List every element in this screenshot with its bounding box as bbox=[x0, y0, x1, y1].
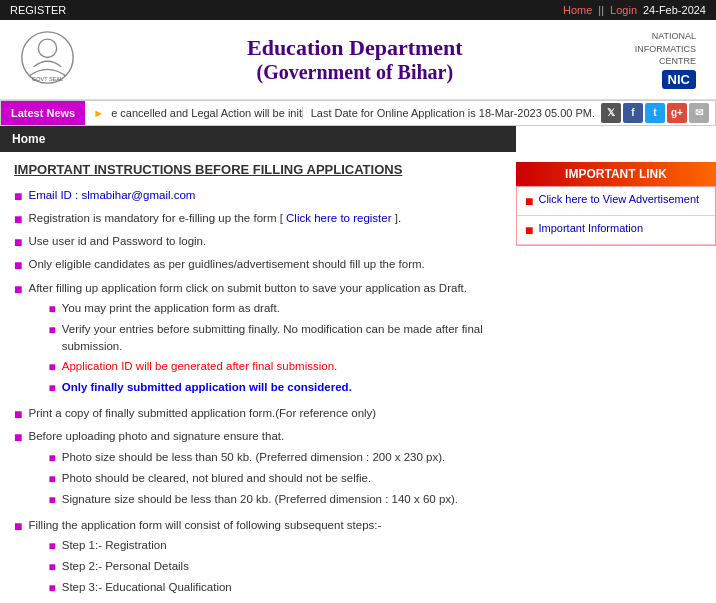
current-date: 24-Feb-2024 bbox=[643, 4, 706, 16]
sub-instruction-item: ■ Verify your entries before submitting … bbox=[48, 321, 502, 356]
sidebar-link-information[interactable]: ■ Important Information bbox=[517, 216, 715, 245]
instruction-text: Print a copy of finally submitted applic… bbox=[28, 405, 376, 422]
breadcrumb: Home bbox=[0, 126, 516, 152]
sub-bullet-icon: ■ bbox=[48, 470, 55, 488]
instructions-section: IMPORTANT INSTRUCTIONS BEFORE FILLING AP… bbox=[0, 152, 516, 603]
instruction-item: ■ Filling the application form will cons… bbox=[14, 517, 502, 603]
instruction-item: ■ Print a copy of finally submitted appl… bbox=[14, 405, 502, 423]
link-arrow-icon: ■ bbox=[525, 193, 533, 209]
news-date: Last Date for Online Application is 18-M… bbox=[302, 107, 595, 119]
bullet-icon: ■ bbox=[14, 210, 22, 228]
sidebar-link-text: Click here to View Advertisement bbox=[538, 193, 699, 205]
nic-logo: NATIONALINFORMATICSCENTRE NIC bbox=[635, 30, 696, 89]
dept-name: Education Department bbox=[75, 35, 635, 61]
link-arrow-icon: ■ bbox=[525, 222, 533, 238]
separator: || bbox=[598, 4, 604, 16]
right-sidebar: IMPORTANT LINK ■ Click here to View Adve… bbox=[516, 126, 716, 603]
sub-instruction-item: ■ Step 3:- Educational Qualification bbox=[48, 579, 381, 597]
bullet-icon: ■ bbox=[14, 280, 22, 298]
svg-point-1 bbox=[38, 40, 56, 58]
twitter-icon[interactable]: t bbox=[645, 103, 665, 123]
instruction-item: ■ Registration is mandatory for e-fillin… bbox=[14, 210, 502, 228]
sub-bullet-icon: ■ bbox=[48, 579, 55, 597]
login-link[interactable]: Login bbox=[610, 4, 637, 16]
news-arrow-icon: ► bbox=[93, 107, 104, 119]
sub-instruction-text: Verify your entries before submitting fi… bbox=[62, 321, 502, 356]
sub-instruction-text: Signature size should be less than 20 kb… bbox=[62, 491, 458, 508]
facebook-icon[interactable]: f bbox=[623, 103, 643, 123]
instruction-item: ■ Only eligible candidates as per guidli… bbox=[14, 256, 502, 274]
sub-instruction-item: ■ Step 2:- Personal Details bbox=[48, 558, 381, 576]
instruction-text: Only eligible candidates as per guidline… bbox=[28, 256, 424, 273]
bullet-icon: ■ bbox=[14, 517, 22, 535]
header-title: Education Department (Government of Biha… bbox=[75, 35, 635, 84]
bullet-icon: ■ bbox=[14, 187, 22, 205]
bullet-icon: ■ bbox=[14, 405, 22, 423]
instruction-item: ■ After filling up application form clic… bbox=[14, 280, 502, 401]
svg-text:GOVT SEAL: GOVT SEAL bbox=[32, 77, 63, 83]
top-bar: REGISTER Home || Login 24-Feb-2024 bbox=[0, 0, 716, 20]
googleplus-icon[interactable]: g+ bbox=[667, 103, 687, 123]
news-ticker: Latest News ► e cancelled and Legal Acti… bbox=[0, 100, 716, 126]
sub-instruction-text: Step 1:- Registration bbox=[62, 537, 167, 554]
sub-instruction-text: Photo size should be less than 50 kb. (P… bbox=[62, 449, 446, 466]
instruction-text: Filling the application form will consis… bbox=[28, 519, 381, 531]
sidebar-link-text: Important Information bbox=[538, 222, 643, 234]
sidebar-links-box: ■ Click here to View Advertisement ■ Imp… bbox=[516, 186, 716, 246]
home-link[interactable]: Home bbox=[563, 4, 592, 16]
sub-instruction-item: ■ Signature size should be less than 20 … bbox=[48, 491, 458, 509]
instruction-text: Registration is mandatory for e-filling … bbox=[28, 210, 401, 227]
sub-instruction-item: ■ Application ID will be generated after… bbox=[48, 358, 502, 376]
bullet-icon: ■ bbox=[14, 428, 22, 446]
breadcrumb-home[interactable]: Home bbox=[12, 132, 45, 146]
sub-bullet-icon: ■ bbox=[48, 321, 55, 339]
sub-items: ■ You may print the application form as … bbox=[28, 300, 502, 398]
instruction-text: Email ID : slmabihar@gmail.com bbox=[28, 187, 195, 204]
sub-instruction-text: Only finally submitted application will … bbox=[62, 379, 352, 396]
sub-instruction-text: Application ID will be generated after f… bbox=[62, 358, 338, 375]
sidebar-link-advertisement[interactable]: ■ Click here to View Advertisement bbox=[517, 187, 715, 216]
instruction-item: ■ Use user id and Password to login. bbox=[14, 233, 502, 251]
register-link[interactable]: Click here to register bbox=[286, 212, 391, 224]
bullet-icon: ■ bbox=[14, 256, 22, 274]
sub-bullet-icon: ■ bbox=[48, 300, 55, 318]
sub-instruction-item: ■ Only finally submitted application wil… bbox=[48, 379, 502, 397]
dept-govt: (Government of Bihar) bbox=[75, 61, 635, 84]
sub-bullet-icon: ■ bbox=[48, 358, 55, 376]
x-icon[interactable]: 𝕏 bbox=[601, 103, 621, 123]
sub-bullet-icon: ■ bbox=[48, 558, 55, 576]
sub-instruction-text: Photo should be cleared, not blured and … bbox=[62, 470, 371, 487]
site-header: GOVT SEAL Education Department (Governme… bbox=[0, 20, 716, 100]
news-text: ► e cancelled and Legal Action will be i… bbox=[85, 107, 301, 119]
important-link-header: IMPORTANT LINK bbox=[516, 162, 716, 186]
register-button[interactable]: REGISTER bbox=[10, 4, 66, 16]
sub-bullet-icon: ■ bbox=[48, 449, 55, 467]
main-content: Home IMPORTANT INSTRUCTIONS BEFORE FILLI… bbox=[0, 126, 516, 603]
email-icon[interactable]: ✉ bbox=[689, 103, 709, 123]
top-nav-links: Home || Login 24-Feb-2024 bbox=[563, 4, 706, 16]
sub-items: ■ Photo size should be less than 50 kb. … bbox=[28, 449, 458, 509]
sub-bullet-icon: ■ bbox=[48, 491, 55, 509]
sub-instruction-item: ■ Photo size should be less than 50 kb. … bbox=[48, 449, 458, 467]
instruction-item: ■ Email ID : slmabihar@gmail.com bbox=[14, 187, 502, 205]
sub-instruction-item: ■ Photo should be cleared, not blured an… bbox=[48, 470, 458, 488]
news-label: Latest News bbox=[1, 101, 85, 125]
sub-instruction-text: You may print the application form as dr… bbox=[62, 300, 280, 317]
sub-instruction-item: ■ Step 1:- Registration bbox=[48, 537, 381, 555]
sub-bullet-icon: ■ bbox=[48, 379, 55, 397]
instruction-text: After filling up application form click … bbox=[28, 282, 467, 294]
sub-instruction-text: Step 3:- Educational Qualification bbox=[62, 579, 232, 596]
instruction-text: Before uploading photo and signature ens… bbox=[28, 430, 284, 442]
sub-bullet-icon: ■ bbox=[48, 537, 55, 555]
instruction-item: ■ Before uploading photo and signature e… bbox=[14, 428, 502, 511]
sub-items: ■ Step 1:- Registration ■ Step 2:- Perso… bbox=[28, 537, 381, 603]
bullet-icon: ■ bbox=[14, 233, 22, 251]
site-logo: GOVT SEAL bbox=[20, 30, 75, 88]
main-layout: Home IMPORTANT INSTRUCTIONS BEFORE FILLI… bbox=[0, 126, 716, 603]
instructions-heading: IMPORTANT INSTRUCTIONS BEFORE FILLING AP… bbox=[14, 162, 502, 177]
instruction-text: Use user id and Password to login. bbox=[28, 233, 206, 250]
nic-badge: NIC bbox=[662, 70, 696, 89]
social-icons: 𝕏 f t g+ ✉ bbox=[595, 103, 715, 123]
news-content: e cancelled and Legal Action will be ini… bbox=[111, 107, 302, 119]
sub-instruction-item: ■ You may print the application form as … bbox=[48, 300, 502, 318]
